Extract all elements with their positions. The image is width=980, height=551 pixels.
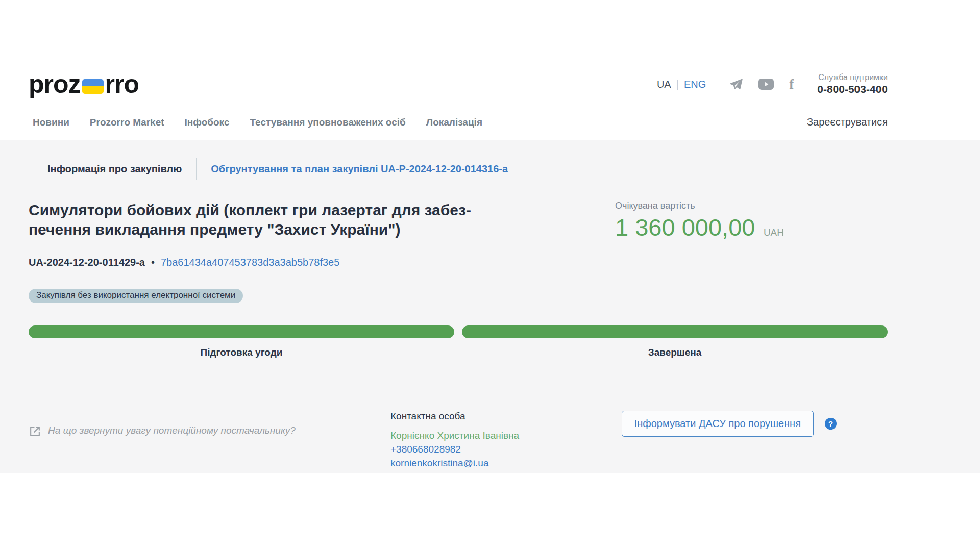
logo-text-right: rro (105, 69, 139, 99)
supplier-hint-block[interactable]: На що звернути увагу потенційному постач… (29, 411, 390, 469)
support-phone: 0-800-503-400 (817, 83, 888, 95)
tab-procurement-info[interactable]: Інформація про закупівлю (47, 163, 182, 175)
tender-title-line-2: печення викладання предмету "Захист Укра… (29, 220, 471, 239)
tender-content: Інформація про закупівлю Обгрунтування т… (0, 140, 980, 473)
expected-value-amount: 1 360 000,00 (615, 214, 755, 241)
tender-main-row: Симулятори бойових дій (коплект гри лазе… (29, 201, 888, 241)
language-switcher: UA | ENG (657, 79, 706, 90)
tender-title: Симулятори бойових дій (коплект гри лазе… (29, 201, 471, 241)
nav-item-news[interactable]: Новини (33, 117, 69, 128)
progress-label-preparation: Підготовка угоди (29, 347, 454, 358)
header-top: proz rro UA | ENG (29, 69, 888, 99)
lang-ua[interactable]: UA (657, 79, 671, 90)
site-header: proz rro UA | ENG (0, 0, 980, 140)
nav-item-localization[interactable]: Локалізація (426, 117, 482, 128)
contact-email-link[interactable]: kornienkokristina@i.ua (390, 458, 622, 469)
main-nav: Новини Prozorro Market Інфобокс Тестуван… (29, 116, 888, 128)
supplier-hint-link[interactable]: На що звернути увагу потенційному постач… (48, 425, 296, 436)
progress-stage-preparation: Підготовка угоди (29, 325, 454, 358)
nav-item-authorized-persons-testing[interactable]: Тестування уповноважених осіб (250, 117, 405, 128)
social-links: f (729, 78, 794, 91)
tender-progress: Підготовка угоди Завершена (29, 325, 888, 358)
nav-item-prozorro-market[interactable]: Prozorro Market (90, 117, 164, 128)
tender-tabs: Інформація про закупівлю Обгрунтування т… (47, 158, 888, 180)
tender-id-row: UA-2024-12-20-011429-a • 7ba61434a407453… (29, 257, 888, 268)
expected-value-block: Очікувана вартість 1 360 000,00 UAH (615, 201, 888, 241)
nav-item-infobox[interactable]: Інфобокс (185, 117, 230, 128)
tab-divider (196, 158, 197, 180)
expected-value-currency: UAH (764, 227, 784, 238)
progress-bar-completed (462, 325, 888, 338)
contact-name: Корнієнко Христина Іванівна (390, 430, 622, 441)
header-utilities: UA | ENG (657, 73, 888, 95)
procurement-type-badge: Закупівля без використання електронної с… (29, 289, 243, 303)
expected-value-label: Очікувана вартість (615, 201, 888, 211)
telegram-icon[interactable] (729, 78, 743, 91)
tender-hash-link[interactable]: 7ba61434a407453783d3a3ab5b78f3e5 (161, 257, 339, 268)
inform-dasu-button[interactable]: Інформувати ДАСУ про порушення (622, 411, 814, 437)
dasu-action-block: Інформувати ДАСУ про порушення ? (622, 411, 837, 469)
progress-bar-preparation (29, 325, 454, 338)
section-divider (29, 384, 888, 384)
support-block: Служба підтримки 0-800-503-400 (817, 73, 888, 95)
tender-id: UA-2024-12-20-011429-a (29, 257, 145, 268)
contact-block: Контактна особа Корнієнко Христина Івані… (390, 411, 622, 469)
progress-label-completed: Завершена (462, 347, 888, 358)
facebook-icon[interactable]: f (789, 78, 794, 90)
nav-links: Новини Prozorro Market Інфобокс Тестуван… (33, 117, 807, 128)
logo-text-left: proz (29, 69, 81, 99)
tab-justification-plan-link[interactable]: Обгрунтування та план закупівлі UA-P-202… (211, 163, 508, 175)
youtube-icon[interactable] (758, 79, 774, 90)
ukraine-flag-icon (82, 79, 104, 94)
tender-details-row: На що звернути увагу потенційному постач… (29, 411, 888, 469)
lang-eng[interactable]: ENG (684, 79, 706, 90)
help-question-icon[interactable]: ? (825, 418, 837, 430)
contact-phone-link[interactable]: +380668028982 (390, 444, 622, 455)
prozorro-logo[interactable]: proz rro (29, 69, 139, 99)
lang-divider: | (676, 79, 679, 90)
register-link[interactable]: Зареєструватися (807, 116, 888, 128)
external-link-icon (29, 425, 41, 440)
progress-stage-completed: Завершена (462, 325, 888, 358)
id-separator: • (151, 257, 155, 268)
support-label: Служба підтримки (817, 73, 888, 82)
tender-title-line-1: Симулятори бойових дій (коплект гри лазе… (29, 201, 471, 220)
contact-label: Контактна особа (390, 411, 622, 422)
expected-value-row: 1 360 000,00 UAH (615, 213, 888, 241)
